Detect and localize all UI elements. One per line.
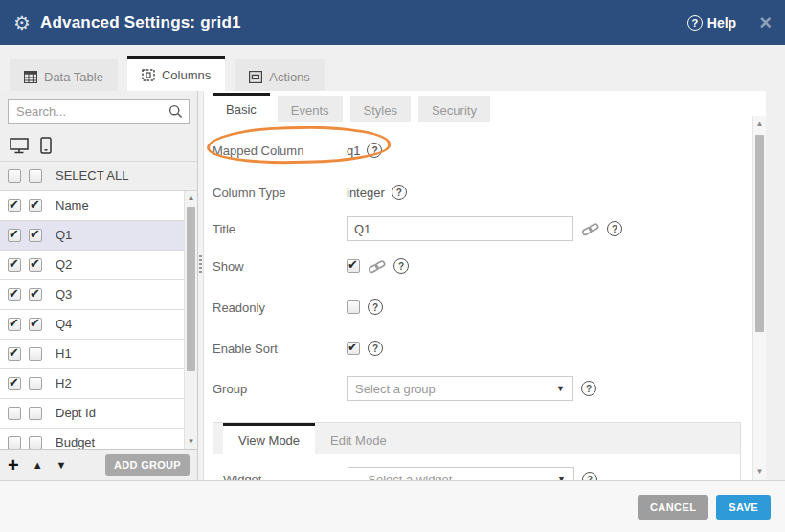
- list-item-name[interactable]: Name: [0, 191, 197, 221]
- desktop-checkbox[interactable]: [8, 377, 21, 390]
- select-all-mobile-checkbox[interactable]: [29, 169, 42, 183]
- mobile-checkbox[interactable]: [29, 318, 42, 331]
- add-group-button[interactable]: ADD GROUP: [105, 454, 190, 476]
- search-box: [0, 91, 197, 132]
- list-item-h2[interactable]: H2: [0, 369, 197, 399]
- desktop-checkbox[interactable]: [8, 288, 21, 301]
- device-filter-row: [0, 132, 197, 161]
- list-item-budget[interactable]: Budget: [0, 429, 197, 449]
- scroll-up-icon[interactable]: ▲: [185, 191, 197, 205]
- question-icon[interactable]: ?: [368, 341, 383, 356]
- search-icon: [168, 104, 183, 119]
- list-item-q2[interactable]: Q2: [0, 251, 197, 280]
- gear-icon: ⚙: [13, 13, 31, 33]
- tab-edit-mode[interactable]: Edit Mode: [315, 423, 402, 454]
- readonly-checkbox[interactable]: [347, 300, 360, 314]
- desktop-icon[interactable]: [10, 138, 29, 154]
- save-button[interactable]: SAVE: [716, 495, 771, 520]
- question-icon[interactable]: ?: [581, 381, 596, 396]
- dialog-content: SELECT ALL Name Q1 Q2: [0, 91, 785, 481]
- readonly-row: Readonly ?: [213, 299, 752, 316]
- main-scrollbar[interactable]: ▲ ▼: [752, 116, 766, 480]
- mobile-checkbox[interactable]: [29, 229, 42, 242]
- column-label: H2: [56, 376, 72, 390]
- widget-select-value: -- Select a widget --: [356, 473, 464, 481]
- chevron-down-icon: ▼: [557, 475, 566, 480]
- sidebar-toolbar: + ▲ ▼ ADD GROUP: [0, 449, 197, 480]
- list-item-q4[interactable]: Q4: [0, 310, 197, 340]
- question-icon[interactable]: ?: [368, 299, 383, 315]
- subtab-styles[interactable]: Styles: [350, 96, 411, 122]
- move-up-button[interactable]: ▲: [33, 459, 43, 471]
- subtab-label: Events: [291, 103, 329, 118]
- mobile-checkbox[interactable]: [29, 407, 42, 420]
- scroll-up-icon[interactable]: ▲: [753, 118, 766, 131]
- link-binding-icon[interactable]: [581, 221, 599, 237]
- question-icon[interactable]: ?: [393, 258, 409, 274]
- close-icon[interactable]: ×: [759, 12, 772, 33]
- column-type-label: Column Type: [213, 186, 347, 200]
- tab-columns[interactable]: Columns: [127, 56, 225, 91]
- mobile-icon[interactable]: [40, 137, 52, 154]
- question-icon[interactable]: ?: [582, 472, 597, 480]
- subtab-events[interactable]: Events: [278, 96, 343, 122]
- desktop-checkbox[interactable]: [8, 258, 21, 272]
- desktop-checkbox[interactable]: [8, 347, 21, 361]
- subtab-security[interactable]: Security: [418, 96, 490, 122]
- mobile-checkbox[interactable]: [29, 347, 42, 361]
- mobile-checkbox[interactable]: [29, 258, 42, 272]
- mobile-checkbox[interactable]: [29, 199, 42, 212]
- widget-row: Widget -- Select a widget -- ▼ ?: [213, 467, 740, 480]
- desktop-checkbox[interactable]: [8, 318, 21, 331]
- list-item-q3[interactable]: Q3: [0, 280, 197, 310]
- question-icon[interactable]: ?: [607, 221, 622, 236]
- desktop-checkbox[interactable]: [8, 436, 21, 449]
- mode-settings-box: View Mode Edit Mode Widget -- Select a w…: [213, 422, 741, 480]
- actions-icon: [249, 71, 262, 83]
- add-column-button[interactable]: +: [8, 455, 19, 475]
- tab-actions[interactable]: Actions: [235, 59, 325, 91]
- scroll-down-icon[interactable]: ▼: [753, 465, 766, 478]
- column-label: Dept Id: [56, 406, 96, 420]
- move-down-button[interactable]: ▼: [56, 459, 67, 471]
- desktop-checkbox[interactable]: [8, 199, 21, 212]
- list-item-h1[interactable]: H1: [0, 340, 197, 369]
- main-scrollbar-thumb[interactable]: [755, 135, 764, 332]
- question-icon[interactable]: ?: [367, 143, 382, 158]
- splitter-grip-icon[interactable]: [199, 255, 202, 275]
- list-item-q1[interactable]: Q1: [0, 221, 197, 251]
- mobile-checkbox[interactable]: [29, 288, 42, 301]
- tab-view-mode[interactable]: View Mode: [223, 423, 315, 454]
- help-button[interactable]: ? Help: [687, 15, 736, 31]
- subtab-basic[interactable]: Basic: [213, 93, 270, 122]
- list-scrollbar[interactable]: ▲ ▼: [184, 191, 197, 449]
- list-scrollbar-thumb[interactable]: [187, 207, 195, 371]
- title-label: Title: [213, 222, 347, 236]
- select-all-desktop-checkbox[interactable]: [8, 169, 21, 183]
- column-label: Q2: [56, 257, 72, 272]
- select-all-row[interactable]: SELECT ALL: [0, 161, 197, 191]
- desktop-checkbox[interactable]: [8, 407, 21, 420]
- cancel-button[interactable]: CANCEL: [638, 495, 708, 520]
- list-item-dept-id[interactable]: Dept Id: [0, 399, 197, 429]
- title-row: Title ?: [213, 216, 752, 241]
- enable-sort-checkbox[interactable]: [347, 342, 360, 355]
- mobile-checkbox[interactable]: [29, 377, 42, 390]
- link-binding-icon[interactable]: [368, 258, 386, 275]
- group-select[interactable]: Select a group ▼: [347, 376, 573, 401]
- show-row: Show ?: [213, 255, 752, 277]
- data-table-icon: [24, 71, 37, 83]
- tab-data-table[interactable]: Data Table: [10, 59, 118, 91]
- tab-label: Columns: [162, 68, 211, 82]
- desktop-checkbox[interactable]: [8, 229, 21, 242]
- mode-tabbar: View Mode Edit Mode: [213, 423, 740, 454]
- scroll-down-icon[interactable]: ▼: [185, 435, 197, 449]
- mapped-column-label: Mapped Column: [213, 144, 347, 158]
- tab-label: Data Table: [44, 70, 103, 84]
- search-input[interactable]: [8, 99, 190, 124]
- show-checkbox[interactable]: [347, 259, 360, 273]
- mobile-checkbox[interactable]: [29, 436, 42, 449]
- widget-select[interactable]: -- Select a widget -- ▼: [348, 467, 574, 480]
- title-input[interactable]: [347, 216, 573, 241]
- question-icon[interactable]: ?: [392, 185, 407, 200]
